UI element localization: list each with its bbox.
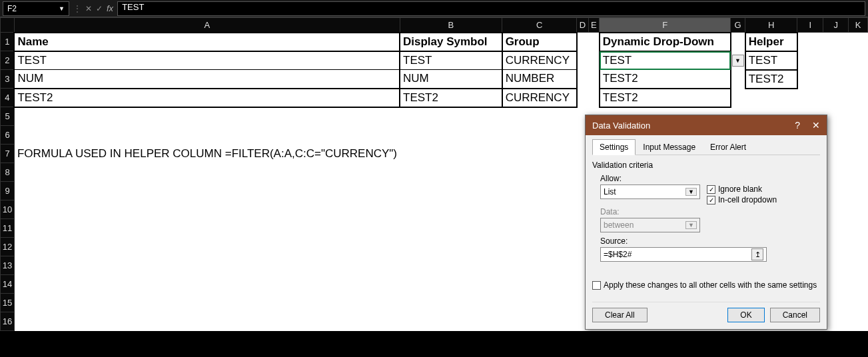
cell-K3[interactable]	[849, 70, 868, 89]
row-header-14[interactable]: 14	[1, 275, 15, 294]
row-header-8[interactable]: 8	[1, 163, 15, 182]
cell-F3[interactable]: TEST2	[600, 70, 731, 89]
fx-icon[interactable]: fx	[107, 3, 113, 13]
cell-B7[interactable]	[400, 145, 502, 163]
select-all-corner[interactable]	[1, 18, 15, 33]
cell-K11[interactable]	[849, 219, 868, 238]
ignore-blank-checkbox[interactable]: ✓	[707, 185, 715, 194]
cell-A9[interactable]	[14, 182, 400, 200]
column-header-I[interactable]: I	[797, 18, 823, 33]
row-header-6[interactable]: 6	[1, 126, 15, 145]
cell-B5[interactable]	[400, 107, 502, 126]
cell-E4[interactable]	[588, 89, 600, 107]
cell-B2[interactable]: TEST	[400, 51, 502, 70]
cell-A5[interactable]	[14, 107, 400, 126]
cell-A12[interactable]	[14, 238, 400, 256]
cell-K1[interactable]	[849, 33, 868, 51]
row-header-12[interactable]: 12	[1, 238, 15, 256]
clear-all-button[interactable]: Clear All	[592, 308, 648, 322]
cell-C16[interactable]	[502, 312, 577, 331]
cell-B11[interactable]	[400, 219, 502, 238]
row-header-4[interactable]: 4	[1, 89, 15, 107]
cell-K9[interactable]	[849, 182, 868, 200]
cell-B16[interactable]	[400, 312, 502, 331]
cell-I2[interactable]	[797, 51, 823, 70]
cell-D3[interactable]	[577, 70, 588, 89]
row-header-10[interactable]: 10	[1, 200, 15, 219]
cell-H1[interactable]: Helper	[745, 33, 797, 51]
column-header-J[interactable]: J	[823, 18, 849, 33]
cell-J2[interactable]	[823, 51, 849, 70]
cell-C6[interactable]	[502, 126, 577, 145]
apply-all-checkbox[interactable]	[592, 281, 601, 290]
cell-I1[interactable]	[797, 33, 823, 51]
cell-B14[interactable]	[400, 275, 502, 294]
cell-A16[interactable]	[14, 312, 400, 331]
cell-I3[interactable]	[797, 70, 823, 89]
cell-A6[interactable]	[14, 126, 400, 145]
cell-K2[interactable]	[849, 51, 868, 70]
cell-B3[interactable]: NUM	[400, 70, 502, 89]
accept-icon[interactable]: ✓	[96, 4, 103, 13]
cell-K4[interactable]	[849, 89, 868, 107]
cell-K10[interactable]	[849, 200, 868, 219]
cell-A1[interactable]: Name	[14, 33, 400, 51]
cell-E1[interactable]	[588, 33, 600, 51]
cell-J1[interactable]	[823, 33, 849, 51]
cell-K13[interactable]	[849, 256, 868, 275]
cell-A4[interactable]: TEST2	[14, 89, 400, 107]
cell-K6[interactable]	[849, 126, 868, 145]
cell-C10[interactable]	[502, 200, 577, 219]
range-select-icon[interactable]: ↥	[751, 248, 763, 260]
cell-K16[interactable]	[849, 312, 868, 331]
cell-C7[interactable]	[502, 145, 577, 163]
row-header-5[interactable]: 5	[1, 107, 15, 126]
cell-K7[interactable]	[849, 145, 868, 163]
cell-F4[interactable]: TEST2	[600, 89, 731, 107]
cell-B12[interactable]	[400, 238, 502, 256]
cell-B4[interactable]: TEST2	[400, 89, 502, 107]
dialog-titlebar[interactable]: Data Validation ? ✕	[586, 115, 827, 135]
cancel-icon[interactable]: ✕	[85, 4, 92, 13]
cell-C5[interactable]	[502, 107, 577, 126]
cell-H3[interactable]: TEST2	[745, 70, 797, 89]
cell-B15[interactable]	[400, 294, 502, 312]
cell-A14[interactable]	[14, 275, 400, 294]
cell-C15[interactable]	[502, 294, 577, 312]
cell-A11[interactable]	[14, 219, 400, 238]
cell-C3[interactable]: NUMBER	[502, 70, 577, 89]
row-header-7[interactable]: 7	[1, 145, 15, 163]
column-header-E[interactable]: E	[588, 18, 600, 33]
column-header-F[interactable]: F	[600, 18, 731, 33]
cell-B10[interactable]	[400, 200, 502, 219]
cell-A10[interactable]	[14, 200, 400, 219]
cell-C12[interactable]	[502, 238, 577, 256]
cell-K5[interactable]	[849, 107, 868, 126]
cell-A8[interactable]	[14, 163, 400, 182]
cancel-button[interactable]: Cancel	[770, 308, 820, 322]
cell-J3[interactable]	[823, 70, 849, 89]
cell-E3[interactable]	[588, 70, 600, 89]
cell-C11[interactable]	[502, 219, 577, 238]
tab-settings[interactable]: Settings	[592, 139, 636, 155]
allow-combo[interactable]: List ▼	[600, 184, 700, 199]
cell-A7[interactable]: FORMULA USED IN HELPER COLUMN =FILTER(A:…	[14, 145, 400, 163]
cell-A2[interactable]: TEST	[14, 51, 400, 70]
cell-B9[interactable]	[400, 182, 502, 200]
cell-K12[interactable]	[849, 238, 868, 256]
name-box[interactable]: F2 ▼	[3, 1, 69, 16]
row-header-13[interactable]: 13	[1, 256, 15, 275]
cell-B6[interactable]	[400, 126, 502, 145]
cell-C1[interactable]: Group	[502, 33, 577, 51]
ok-button[interactable]: OK	[727, 308, 764, 322]
cell-F1[interactable]: Dynamic Drop-Down	[600, 33, 731, 51]
column-header-H[interactable]: H	[745, 18, 797, 33]
cell-J4[interactable]	[823, 89, 849, 107]
source-input[interactable]: =$H$2# ↥	[600, 247, 767, 262]
column-header-K[interactable]: K	[849, 18, 868, 33]
cell-E2[interactable]	[588, 51, 600, 70]
tab-input-message[interactable]: Input Message	[636, 139, 703, 155]
incell-dropdown-checkbox[interactable]: ✓	[707, 196, 715, 204]
cell-G3[interactable]	[731, 70, 745, 89]
chevron-down-icon[interactable]: ▼	[59, 5, 65, 12]
